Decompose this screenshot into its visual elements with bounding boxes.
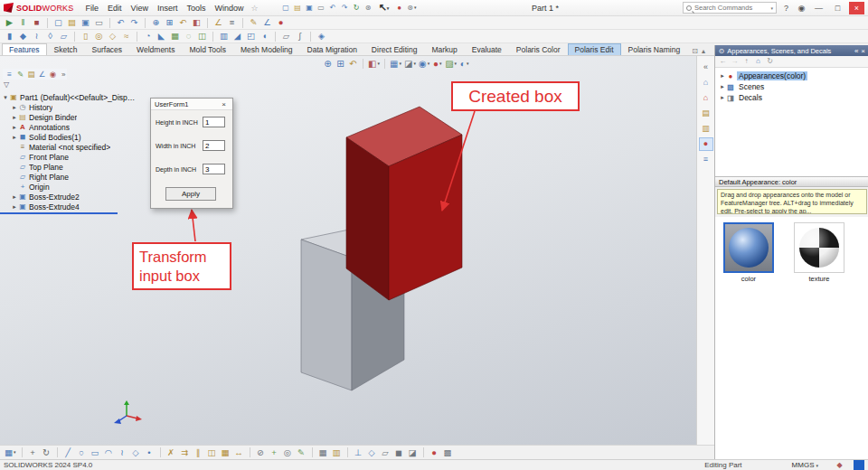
- refresh-icon[interactable]: ↻: [765, 57, 775, 67]
- fm-chevron-icon[interactable]: »: [61, 70, 65, 79]
- edit-appearance-icon[interactable]: ●: [394, 3, 404, 13]
- new-document-icon[interactable]: ▢: [52, 17, 64, 29]
- grid-icon[interactable]: ▦: [317, 446, 329, 458]
- task-pane-header[interactable]: ⊙ Appearances, Scenes, and Decals « ×: [715, 45, 868, 56]
- tree-item-history[interactable]: ▸◷History: [2, 102, 145, 112]
- shell-icon[interactable]: ◰: [245, 31, 257, 42]
- shaded-icon[interactable]: ◼: [393, 446, 405, 458]
- filter-icon[interactable]: ▽: [4, 80, 9, 89]
- dimxpert-icon[interactable]: ∠: [37, 69, 47, 80]
- print-icon[interactable]: ▭: [316, 3, 326, 13]
- tree-item-part1-default-default-display-[interactable]: ▾▣Part1 (Default)<<Default>_Display Sta.…: [2, 92, 145, 102]
- collapse-ribbon-icon[interactable]: ▴: [702, 47, 705, 55]
- pane-tree-item-decals[interactable]: ▸◨Decals: [715, 92, 868, 103]
- convert-icon[interactable]: ⇉: [179, 446, 191, 458]
- graphics-viewport[interactable]: ⊕⊞↶◧▾▦▾◪▾◉▾●▾▨▾◐▾ ≡✎▤∠◉ » ▽ ▾▣Part1 (Def…: [0, 56, 696, 445]
- spline-icon[interactable]: ≀: [117, 446, 128, 458]
- undo-icon[interactable]: ↶: [328, 3, 338, 13]
- dropdown-caret[interactable]: ▾: [399, 61, 401, 66]
- tree-item-right-plane[interactable]: ▱Right Plane: [2, 172, 145, 182]
- display-style-icon[interactable]: ◪▾: [403, 58, 417, 70]
- section-view-icon[interactable]: ◧: [191, 17, 203, 29]
- chamfer-icon[interactable]: ◣: [156, 31, 167, 42]
- pin-ribbon-icon[interactable]: ⊡: [692, 47, 698, 55]
- view-orientation-icon[interactable]: ▦▾: [389, 58, 402, 70]
- dropdown-caret[interactable]: ▾: [428, 61, 430, 66]
- zoom-area-icon[interactable]: ⊞: [164, 17, 175, 29]
- collapse-icon[interactable]: «: [699, 61, 713, 74]
- menu-view[interactable]: View: [127, 4, 153, 13]
- revolved-boss-icon[interactable]: ◆: [17, 31, 29, 42]
- repair-sketch-icon[interactable]: +: [269, 446, 280, 458]
- expand-arrow-icon[interactable]: ▾: [2, 94, 9, 101]
- select-arrow-icon[interactable]: ↖▾: [379, 2, 390, 14]
- undo-icon[interactable]: ↶: [115, 17, 127, 29]
- options-icon[interactable]: ⊛: [363, 3, 373, 13]
- rib-icon[interactable]: ▥: [218, 31, 230, 42]
- swept-cut-icon[interactable]: ≈: [120, 31, 132, 42]
- move-entities-icon[interactable]: ↔: [233, 446, 245, 458]
- expand-arrow-icon[interactable]: ▸: [11, 104, 18, 111]
- close-pane-icon[interactable]: ×: [861, 47, 865, 55]
- expand-arrow-icon[interactable]: ▸: [11, 134, 18, 141]
- zoom-area-icon[interactable]: ⊞: [335, 58, 346, 70]
- dropdown-caret[interactable]: ▾: [439, 61, 442, 66]
- displaymanager-icon[interactable]: ◉: [48, 69, 58, 80]
- tab-data-migration[interactable]: Data Migration: [300, 43, 364, 55]
- quick-snaps-icon[interactable]: ◎: [282, 446, 294, 458]
- userform-dialog[interactable]: UserForm1 × Height in INCHWidth in INCHD…: [150, 98, 233, 209]
- tab-direct-editing[interactable]: Direct Editing: [364, 43, 425, 55]
- expand-arrow-icon[interactable]: ▸: [11, 114, 18, 121]
- fillet-icon[interactable]: ◔: [142, 31, 154, 42]
- solidworks-resources-icon[interactable]: ⌂: [699, 91, 713, 105]
- tree-item-solid-bodies-1[interactable]: ▸◼Solid Bodies(1): [2, 132, 145, 142]
- tree-item-boss-extrude4[interactable]: ▸▣Boss-Extrude4: [2, 202, 145, 212]
- tab-polaris-edit[interactable]: Polaris Edit: [568, 43, 621, 55]
- view-settings-icon[interactable]: ◐▾: [458, 58, 470, 70]
- favorites-icon[interactable]: ☆: [250, 4, 258, 13]
- unit-system-selector[interactable]: MMGS ▾: [792, 461, 818, 469]
- dropdown-caret[interactable]: ▾: [387, 5, 390, 11]
- isometric-icon[interactable]: ◇: [366, 446, 378, 458]
- print-icon[interactable]: ▭: [93, 17, 105, 29]
- rotate-icon[interactable]: ↻: [41, 446, 52, 458]
- mirror-icon[interactable]: ◫: [196, 31, 208, 42]
- expand-arrow-icon[interactable]: ▸: [719, 94, 726, 101]
- linear-sketch-pattern-icon[interactable]: ▦: [220, 446, 231, 458]
- save-icon[interactable]: ▣: [305, 3, 315, 13]
- dropdown-caret[interactable]: ▾: [414, 5, 417, 10]
- texture-map-icon[interactable]: ▩: [442, 446, 454, 458]
- help-icon[interactable]: ?: [780, 2, 792, 14]
- pane-tree-item-appearances-color[interactable]: ▸●Appearances(color): [715, 70, 868, 81]
- pane-tree-item-scenes[interactable]: ▸▨Scenes: [715, 81, 868, 92]
- tab-weldments[interactable]: Weldments: [129, 43, 182, 55]
- circular-pattern-icon[interactable]: ◌: [183, 31, 194, 42]
- reference-geometry-icon[interactable]: ▱: [280, 31, 292, 42]
- file-explorer-icon[interactable]: ▥: [699, 122, 713, 136]
- tab-features[interactable]: Features: [2, 43, 47, 55]
- tab-sketch[interactable]: Sketch: [47, 43, 85, 55]
- tree-item-design-binder[interactable]: ▸▤Design Binder: [2, 112, 145, 122]
- tree-item-front-plane[interactable]: ▱Front Plane: [2, 152, 145, 162]
- edit-appearance-icon[interactable]: ●▾: [431, 58, 443, 70]
- home-icon[interactable]: ⌂: [699, 76, 713, 89]
- dropdown-caret[interactable]: ▾: [413, 61, 416, 66]
- dropdown-caret[interactable]: ▾: [455, 61, 458, 66]
- dropdown-caret[interactable]: ▾: [377, 61, 380, 66]
- pan-icon[interactable]: +: [27, 446, 39, 458]
- view-selector-icon[interactable]: ▦▾: [4, 446, 17, 458]
- search-caret-icon[interactable]: ▾: [770, 5, 773, 11]
- tab-evaluate[interactable]: Evaluate: [465, 43, 509, 55]
- dialog-title-bar[interactable]: UserForm1 ×: [151, 99, 232, 110]
- edit-color-icon[interactable]: ●: [429, 446, 440, 458]
- tab-mesh-modeling[interactable]: Mesh Modeling: [233, 43, 300, 55]
- circle-icon[interactable]: ○: [76, 446, 88, 458]
- field-input-depth[interactable]: [203, 164, 225, 174]
- mirror-entities-icon[interactable]: ◫: [206, 446, 218, 458]
- home-icon[interactable]: ⌂: [753, 57, 763, 67]
- tag-icon[interactable]: ◆: [835, 460, 844, 470]
- arc-icon[interactable]: ◠: [103, 446, 115, 458]
- expand-arrow-icon[interactable]: ▸: [719, 72, 726, 80]
- sketch-icon[interactable]: ✎: [248, 17, 259, 29]
- tab-surfaces[interactable]: Surfaces: [85, 43, 130, 55]
